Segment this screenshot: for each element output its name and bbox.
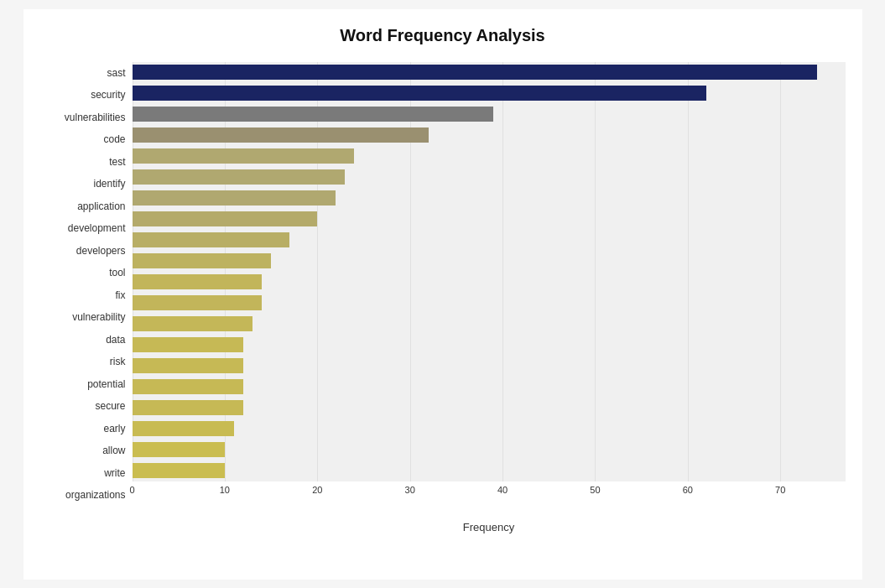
bar-row [133, 294, 846, 312]
y-label-security: security [91, 84, 125, 107]
bar-row [133, 168, 846, 186]
bar-developers [133, 232, 290, 247]
y-label-potential: potential [87, 373, 125, 396]
x-axis-label: Frequency [463, 521, 514, 533]
chart-title: Word Frequency Analysis [40, 26, 846, 45]
bar-row [133, 126, 846, 144]
bars-wrapper [133, 62, 846, 507]
y-label-allow: allow [102, 440, 125, 462]
bar-identify [133, 169, 346, 185]
y-label-code: code [103, 128, 125, 151]
bar-vulnerabilities [133, 107, 494, 122]
bar-row [133, 147, 846, 165]
bar-sast [133, 65, 818, 80]
y-label-secure: secure [95, 395, 125, 418]
y-label-vulnerability: vulnerability [72, 306, 125, 329]
y-label-tool: tool [109, 262, 125, 284]
y-label-development: development [68, 217, 126, 240]
y-label-sast: sast [107, 62, 125, 85]
bar-risk [133, 337, 243, 352]
bar-data [133, 316, 253, 331]
y-label-write: write [104, 462, 125, 485]
bar-code [133, 127, 429, 143]
bar-row [133, 356, 846, 375]
bar-allow [133, 421, 234, 436]
bar-row [133, 440, 846, 459]
bar-row [133, 231, 846, 249]
y-label-organizations: organizations [65, 484, 125, 507]
bar-row [133, 189, 846, 207]
bar-row [133, 210, 846, 228]
y-label-vulnerabilities: vulnerabilities [65, 107, 126, 129]
bar-row [133, 84, 846, 102]
y-label-application: application [77, 195, 125, 218]
y-label-risk: risk [110, 351, 126, 373]
bar-fix [133, 274, 263, 289]
y-label-fix: fix [116, 284, 126, 307]
y-label-test: test [109, 151, 125, 174]
bar-row [133, 398, 846, 417]
bar-row [133, 377, 846, 396]
y-label-identify: identify [93, 173, 125, 195]
bar-row [133, 419, 846, 438]
bar-row [133, 336, 846, 354]
bar-write [133, 442, 225, 457]
bar-row [133, 273, 846, 291]
bar-tool [133, 253, 272, 268]
y-labels: sastsecurityvulnerabilitiescodetestident… [40, 62, 133, 507]
bar-security [133, 86, 706, 101]
bar-application [133, 190, 336, 206]
bar-organizations [133, 463, 225, 478]
y-label-developers: developers [76, 240, 126, 263]
bar-row [133, 105, 846, 123]
y-label-early: early [103, 418, 125, 440]
y-label-data: data [106, 329, 125, 351]
bar-development [133, 211, 318, 226]
bar-row [133, 63, 846, 81]
bar-row [133, 315, 846, 333]
bar-row [133, 252, 846, 270]
bar-test [133, 148, 355, 164]
bar-row [133, 461, 846, 480]
chart-area: sastsecurityvulnerabilitiescodetestident… [40, 62, 846, 507]
bar-secure [133, 379, 243, 394]
bars-and-grid: 010203040506070 Frequency [133, 62, 846, 507]
chart-container: Word Frequency Analysis sastsecurityvuln… [23, 9, 862, 580]
bar-potential [133, 358, 243, 373]
bar-vulnerability [133, 295, 263, 310]
bar-early [133, 400, 243, 415]
